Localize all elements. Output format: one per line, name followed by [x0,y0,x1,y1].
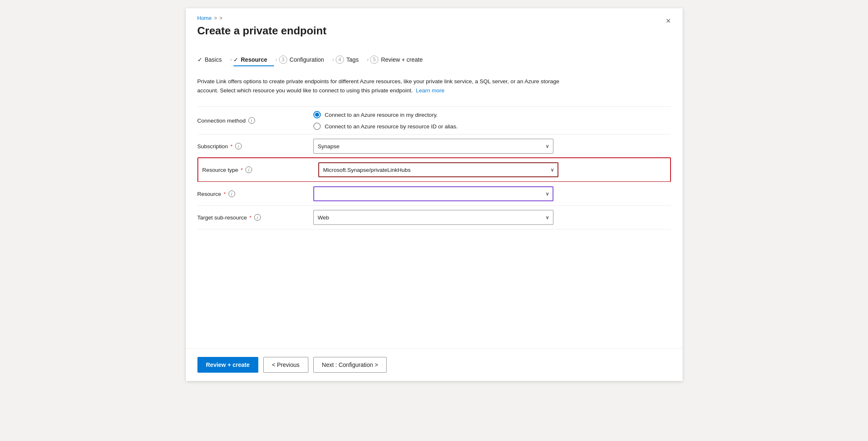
breadcrumb-home[interactable]: Home [197,15,212,21]
tab-resource[interactable]: ✓ Resource [233,53,274,66]
connection-method-radio-group: Connect to an Azure resource in my direc… [313,111,553,130]
tab-configuration[interactable]: 3 Configuration [279,52,331,67]
radio-directory[interactable]: Connect to an Azure resource in my direc… [313,111,553,118]
resource-type-info-icon[interactable]: i [245,166,252,173]
subscription-info-icon[interactable]: i [235,143,242,149]
subscription-control: Synapse ∨ [313,139,553,154]
subscription-label: Subscription * i [197,143,305,149]
step-sep-1: › [230,57,232,63]
subscription-required: * [231,143,233,149]
step-sep-4: › [367,57,368,63]
resource-required: * [224,191,226,197]
resource-type-control: Microsoft.Synapse/privateLinkHubs ∨ [318,162,558,177]
breadcrumb-sep-2: > [219,15,222,21]
wizard-steps: ✓ Basics › ✓ Resource › 3 Configuration … [197,44,671,77]
step-sep-3: › [332,57,334,63]
review-create-button[interactable]: Review + create [197,357,258,373]
target-sub-resource-label: Target sub-resource * i [197,214,305,221]
target-sub-resource-row: Target sub-resource * i Web ∨ [197,205,671,229]
tab-configuration-label: Configuration [290,56,324,63]
radio-resource-id-circle [313,123,321,130]
tab-review-label: Review + create [381,56,423,63]
tab-resource-label: Resource [241,56,267,63]
connection-method-row: Connection method i Connect to an Azure … [197,106,671,134]
connection-method-control: Connect to an Azure resource in my direc… [313,111,553,130]
panel-body: ✓ Basics › ✓ Resource › 3 Configuration … [186,44,683,348]
target-sub-resource-required: * [250,214,252,221]
target-sub-resource-info-icon[interactable]: i [254,214,261,221]
tab-review[interactable]: 5 Review + create [370,52,429,67]
target-sub-resource-dropdown[interactable]: Web [313,210,553,225]
connection-method-info-icon[interactable]: i [248,117,255,124]
review-step-number: 5 [370,55,378,64]
resource-type-label: Resource type * i [202,166,310,173]
configuration-step-number: 3 [279,55,287,64]
breadcrumb: Home > > [197,15,671,21]
connection-method-label: Connection method i [197,117,305,124]
resource-dropdown-wrapper: ∨ [313,186,553,201]
resource-control: ∨ [313,186,553,201]
resource-type-required: * [241,167,243,173]
panel-footer: Review + create < Previous Next : Config… [186,348,683,381]
resource-info-icon[interactable]: i [228,190,235,197]
resource-dropdown[interactable] [313,186,553,201]
subscription-dropdown[interactable]: Synapse [313,139,553,154]
tab-tags[interactable]: 4 Tags [336,52,365,67]
radio-directory-circle [313,111,321,118]
resource-row: Resource * i ∨ [197,182,671,205]
learn-more-link[interactable]: Learn more [416,87,445,94]
next-configuration-button[interactable]: Next : Configuration > [313,357,387,373]
resource-type-row: Resource type * i Microsoft.Synapse/priv… [197,157,671,182]
target-sub-resource-control: Web ∨ [313,210,553,225]
create-private-endpoint-panel: Home > > Create a private endpoint × ✓ B… [186,8,683,381]
tags-step-number: 4 [336,55,344,64]
breadcrumb-sep-1: > [214,15,217,21]
panel-header: Home > > Create a private endpoint × [186,8,683,44]
page-title: Create a private endpoint [197,24,671,44]
radio-directory-label: Connect to an Azure resource in my direc… [325,112,438,118]
tab-basics[interactable]: ✓ Basics [197,53,228,66]
target-sub-resource-dropdown-wrapper: Web ∨ [313,210,553,225]
resource-type-dropdown-wrapper: Microsoft.Synapse/privateLinkHubs ∨ [318,162,558,177]
radio-resource-id-label: Connect to an Azure resource by resource… [325,123,458,130]
page-description: Private Link offers options to create pr… [197,77,570,95]
tab-basics-label: Basics [205,56,222,63]
resource-label: Resource * i [197,190,305,197]
step-sep-2: › [276,57,277,63]
subscription-row: Subscription * i Synapse ∨ [197,134,671,158]
subscription-dropdown-wrapper: Synapse ∨ [313,139,553,154]
resource-check-icon: ✓ [233,56,238,63]
resource-type-dropdown[interactable]: Microsoft.Synapse/privateLinkHubs [318,162,558,177]
close-button[interactable]: × [663,15,674,27]
previous-button[interactable]: < Previous [263,357,308,373]
tab-tags-label: Tags [346,56,359,63]
basics-check-icon: ✓ [197,56,202,63]
radio-resource-id[interactable]: Connect to an Azure resource by resource… [313,123,553,130]
